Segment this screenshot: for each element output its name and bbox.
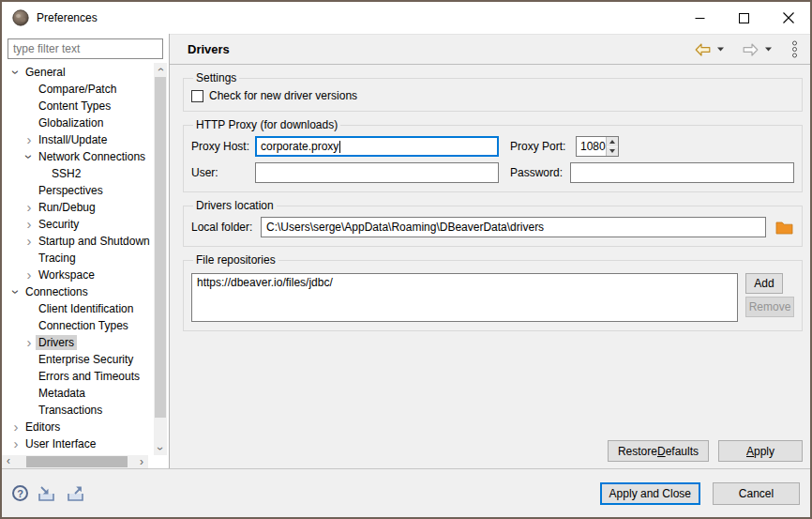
back-dropdown-icon[interactable] (717, 47, 724, 52)
tree-item-startup-and-shutdown[interactable]: ›Startup and Shutdown (2, 233, 153, 250)
tree-item-label: Perspectives (36, 183, 106, 198)
local-folder-value: C:\Users\serge\AppData\Roaming\DBeaverDa… (266, 221, 544, 234)
tree-item-security[interactable]: ›Security (2, 216, 153, 233)
page-action-row: Restore Defaults Apply (183, 440, 803, 462)
vertical-scroll-thumb[interactable] (155, 77, 166, 418)
chevron-right-icon[interactable]: › (23, 235, 36, 248)
spinner-down-button[interactable] (607, 146, 618, 157)
tree-item-enterprise-security[interactable]: Enterprise Security (2, 351, 153, 368)
http-proxy-group: HTTP Proxy (for downloads) Proxy Host: c… (183, 118, 803, 192)
vertical-scrollbar[interactable]: › › (154, 63, 167, 455)
back-arrow-icon[interactable] (695, 43, 711, 56)
settings-group: Settings Check for new driver versions (183, 71, 803, 112)
browse-folder-button[interactable] (774, 219, 794, 236)
tree-item-drivers[interactable]: ›Drivers (2, 334, 153, 351)
tree-item-workspace[interactable]: ›Workspace (2, 267, 153, 283)
tree-item-network-connections[interactable]: ›Network Connections (2, 148, 153, 165)
maximize-button[interactable] (722, 2, 766, 34)
proxy-port-value: 1080 (577, 137, 606, 156)
tree-item-transactions[interactable]: Transactions (2, 402, 153, 419)
http-proxy-group-legend: HTTP Proxy (for downloads) (193, 118, 340, 131)
drivers-location-legend: Drivers location (193, 199, 277, 212)
remove-repository-button[interactable]: Remove (745, 297, 794, 317)
tree-item-ssh2[interactable]: SSH2 (2, 165, 153, 182)
tree-item-errors-and-timeouts[interactable]: Errors and Timeouts (2, 368, 153, 385)
proxy-host-value: corporate.proxy (261, 140, 338, 153)
scroll-down-icon[interactable]: › (154, 442, 167, 455)
tree-item-label: Compare/Patch (36, 82, 119, 97)
preferences-window: Preferences ›GeneralCompare/PatchContent… (0, 0, 812, 519)
repository-buttons: Add Remove (745, 273, 794, 317)
restore-defaults-label: Restore (618, 445, 657, 458)
password-input[interactable] (570, 162, 794, 183)
app-icon (12, 9, 29, 26)
chevron-down-icon[interactable]: › (9, 66, 23, 79)
scroll-up-icon[interactable]: › (154, 63, 167, 76)
add-repository-button[interactable]: Add (745, 273, 783, 294)
restore-defaults-label-rest: efaults (666, 445, 699, 458)
view-menu-icon[interactable] (790, 40, 799, 58)
filter-input[interactable] (8, 38, 163, 59)
apply-button[interactable]: Apply (718, 440, 803, 462)
settings-group-legend: Settings (193, 71, 239, 84)
check-new-drivers-label: Check for new driver versions (209, 89, 357, 102)
restore-defaults-button[interactable]: Restore Defaults (608, 440, 709, 462)
scroll-left-icon[interactable]: › (2, 455, 15, 468)
tree-item-globalization[interactable]: Globalization (2, 114, 153, 131)
tree-item-run-debug[interactable]: ›Run/Debug (2, 199, 153, 216)
horizontal-scrollbar[interactable]: › › (2, 455, 148, 468)
preferences-tree: ›GeneralCompare/PatchContent TypesGlobal… (2, 64, 153, 455)
user-input[interactable] (255, 162, 499, 183)
tree-item-client-identification[interactable]: Client Identification (2, 300, 153, 317)
tree-item-label: Tracing (36, 251, 79, 266)
spinner-up-icon (609, 140, 615, 144)
chevron-right-icon[interactable]: › (9, 437, 23, 450)
tree-item-metadata[interactable]: Metadata (2, 385, 153, 402)
chevron-right-icon[interactable]: › (23, 336, 36, 349)
restore-defaults-mnemonic: D (657, 445, 666, 458)
tree-item-general[interactable]: ›General (2, 64, 153, 81)
import-settings-icon[interactable] (37, 485, 57, 502)
tree-item-content-types[interactable]: Content Types (2, 98, 153, 114)
minimize-button[interactable] (678, 2, 722, 34)
forward-dropdown-icon[interactable] (765, 47, 772, 52)
horizontal-scroll-thumb[interactable] (26, 456, 128, 467)
close-button[interactable] (766, 2, 810, 34)
scroll-right-icon[interactable]: › (135, 455, 148, 468)
tree-item-compare-patch[interactable]: Compare/Patch (2, 81, 153, 98)
help-icon[interactable] (12, 485, 28, 501)
chevron-down-icon[interactable]: › (9, 285, 23, 298)
proxy-port-spinner[interactable]: 1080 (576, 136, 619, 157)
tree-item-label: Connections (23, 284, 91, 299)
chevron-right-icon[interactable]: › (23, 218, 36, 231)
driver-version-check-row[interactable]: Check for new driver versions (191, 89, 794, 102)
tree-item-label: User Interface (23, 436, 98, 451)
tree-item-perspectives[interactable]: Perspectives (2, 182, 153, 199)
tree-item-tracing[interactable]: Tracing (2, 250, 153, 267)
export-settings-icon[interactable] (66, 485, 86, 502)
local-folder-input[interactable]: C:\Users\serge\AppData\Roaming\DBeaverDa… (261, 217, 766, 237)
chevron-right-icon[interactable]: › (23, 201, 36, 214)
tree-item-label: Security (36, 217, 82, 232)
tree-item-user-interface[interactable]: ›User Interface (2, 435, 153, 452)
tree-item-label: Install/Update (36, 132, 110, 147)
repository-list-item[interactable]: https://dbeaver.io/files/jdbc/ (192, 274, 737, 291)
chevron-right-icon[interactable]: › (23, 133, 36, 146)
apply-and-close-button[interactable]: Apply and Close (600, 482, 700, 505)
tree-item-connections[interactable]: ›Connections (2, 283, 153, 300)
horizontal-scroll-track[interactable] (15, 455, 135, 468)
chevron-right-icon[interactable]: › (23, 268, 36, 282)
proxy-host-input[interactable]: corporate.proxy (255, 136, 499, 157)
spinner-up-button[interactable] (607, 137, 618, 146)
chevron-down-icon[interactable]: › (23, 150, 36, 163)
repository-list[interactable]: https://dbeaver.io/files/jdbc/ (191, 273, 738, 322)
forward-arrow-icon[interactable] (743, 43, 759, 56)
chevron-right-icon[interactable]: › (9, 420, 23, 434)
tree-item-connection-types[interactable]: Connection Types (2, 317, 153, 334)
check-new-drivers-checkbox[interactable] (191, 90, 203, 102)
cancel-button[interactable]: Cancel (713, 482, 800, 505)
title-bar: Preferences (2, 2, 810, 34)
window-controls (678, 2, 810, 34)
tree-item-editors[interactable]: ›Editors (2, 419, 153, 435)
tree-item-install-update[interactable]: ›Install/Update (2, 131, 153, 148)
